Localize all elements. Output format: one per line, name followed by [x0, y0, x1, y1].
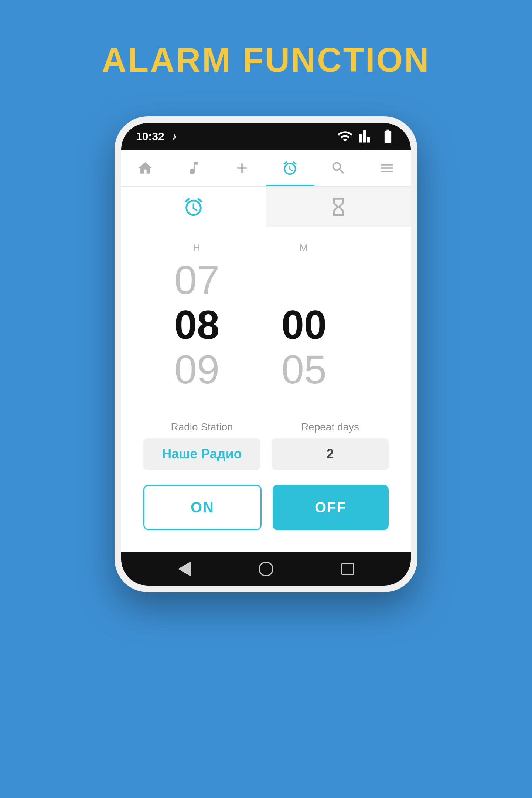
wifi-icon — [337, 128, 353, 144]
nav-menu[interactable] — [362, 150, 411, 186]
home-icon — [137, 160, 153, 176]
status-bar: 10:32 ♪ — [121, 123, 411, 150]
hourglass-icon — [328, 196, 349, 218]
nav-search[interactable] — [314, 150, 363, 186]
back-button[interactable] — [176, 561, 192, 577]
hours-column: 07 08 09 — [151, 258, 243, 392]
add-icon — [234, 160, 250, 176]
nav-add[interactable] — [218, 150, 266, 186]
back-icon — [178, 562, 191, 576]
alarm-clock-icon — [183, 196, 204, 218]
top-nav — [121, 150, 411, 187]
time-labels: H M — [143, 242, 389, 254]
repeat-days-label: Repeat days — [272, 421, 389, 433]
phone-screen: 10:32 ♪ — [121, 123, 411, 586]
android-bar — [121, 552, 411, 586]
minute-current: 00 — [258, 302, 350, 347]
music-icon — [185, 160, 202, 176]
minutes-column: 00 00 05 — [258, 258, 350, 392]
page-title: ALARM FUNCTION — [102, 41, 430, 79]
status-icons — [337, 128, 396, 144]
off-button[interactable]: OFF — [273, 485, 389, 530]
menu-icon — [379, 160, 395, 176]
sub-tab-alarm[interactable] — [121, 187, 266, 227]
home-button[interactable] — [258, 561, 274, 577]
repeat-days-group: Repeat days 2 — [272, 421, 389, 470]
controls-row: Radio Station Наше Радио Repeat days 2 — [143, 421, 389, 470]
recents-square-icon — [341, 563, 354, 575]
hour-label: H — [151, 242, 243, 254]
on-button[interactable]: ON — [143, 485, 262, 530]
alarm-icon — [282, 160, 298, 176]
controls-area: Radio Station Наше Радио Repeat days 2 O… — [121, 403, 411, 552]
status-time: 10:32 — [136, 130, 164, 143]
minute-next: 05 — [258, 347, 350, 392]
music-note-icon: ♪ — [172, 130, 177, 142]
hour-prev: 07 — [151, 258, 243, 302]
nav-music[interactable] — [170, 150, 218, 186]
radio-station-label: Radio Station — [143, 421, 260, 433]
nav-alarm[interactable] — [266, 150, 314, 186]
sub-tabs — [121, 187, 411, 227]
home-circle-icon — [259, 562, 273, 576]
battery-icon — [380, 128, 396, 144]
recents-button[interactable] — [340, 561, 356, 577]
signal-icon — [358, 128, 375, 144]
time-rows: 07 08 09 00 00 05 — [143, 258, 389, 392]
hour-current: 08 — [151, 302, 243, 347]
radio-station-value[interactable]: Наше Радио — [143, 438, 260, 470]
radio-station-group: Radio Station Наше Радио — [143, 421, 260, 470]
minute-label: M — [258, 242, 350, 254]
nav-home[interactable] — [121, 150, 170, 186]
action-buttons: ON OFF — [143, 485, 389, 530]
phone-mockup: 10:32 ♪ — [115, 116, 417, 592]
repeat-days-value[interactable]: 2 — [272, 438, 389, 470]
sub-tab-timer[interactable] — [266, 187, 411, 227]
search-icon — [330, 160, 347, 176]
time-picker: H M 07 08 09 00 00 05 — [121, 227, 411, 403]
hour-next: 09 — [151, 347, 243, 392]
